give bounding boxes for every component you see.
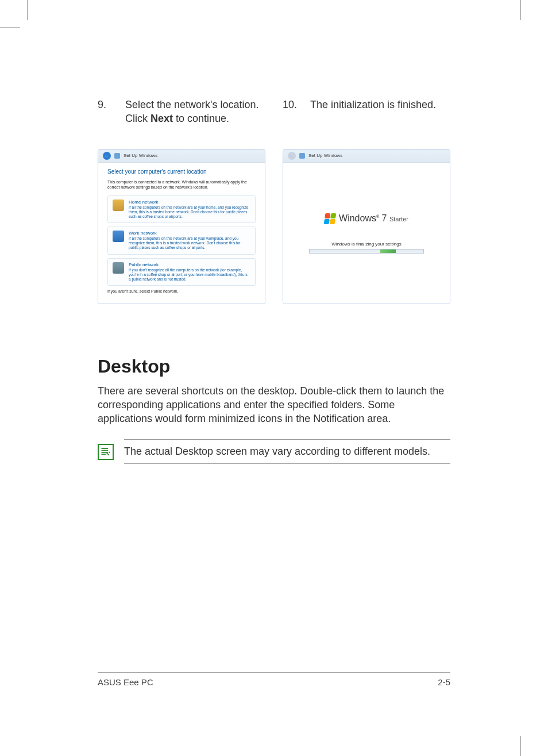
back-button-icon: ← bbox=[288, 152, 296, 160]
window-title: Set Up Windows bbox=[124, 153, 157, 158]
network-title: Home network bbox=[129, 199, 250, 205]
network-option-work: Work network If all the computers on thi… bbox=[107, 227, 256, 254]
step-10: 10. The initialization is finished. bbox=[283, 98, 450, 126]
footer-left: ASUS Eee PC bbox=[98, 677, 153, 687]
window-title: Set Up Windows bbox=[308, 153, 342, 158]
steps-row: 9. Select the network's location. Click … bbox=[98, 98, 450, 126]
window-titlebar: ← Set Up Windows bbox=[98, 149, 265, 163]
network-desc: If you don't recognize all the computers… bbox=[129, 268, 250, 282]
back-button-icon: ← bbox=[103, 152, 111, 160]
network-desc: If all the computers on this network are… bbox=[129, 236, 250, 250]
windows-flag-icon bbox=[324, 213, 337, 224]
work-network-icon bbox=[113, 231, 124, 242]
screenshot-network-location: ← Set Up Windows Select your computer's … bbox=[98, 149, 265, 304]
logo-main: Windows bbox=[339, 213, 376, 223]
note-text: The actual Desktop screen may vary accor… bbox=[124, 446, 450, 458]
screenshots-row: ← Set Up Windows Select your computer's … bbox=[98, 149, 450, 304]
page-footer: ASUS Eee PC 2-5 bbox=[98, 672, 450, 687]
finalizing-text: Windows is finalizing your settings bbox=[309, 241, 424, 247]
network-title: Work network bbox=[129, 231, 250, 236]
window-body: Windows® 7 Starter Windows is finalizing… bbox=[283, 163, 450, 304]
window-body: Select your computer's current location … bbox=[98, 163, 265, 304]
step-number: 9. bbox=[98, 98, 115, 126]
window-icon bbox=[114, 153, 120, 159]
network-option-public: Public network If you don't recognize al… bbox=[107, 258, 256, 286]
window-intro: This computer is connected to a network.… bbox=[107, 179, 256, 190]
note-box: The actual Desktop screen may vary accor… bbox=[98, 439, 450, 464]
home-network-icon bbox=[113, 199, 124, 211]
note-text-wrap: The actual Desktop screen may vary accor… bbox=[124, 439, 450, 464]
progress-bar bbox=[309, 249, 424, 254]
window-heading: Select your computer's current location bbox=[107, 168, 256, 175]
windows-7-text: Windows® 7 Starter bbox=[339, 213, 408, 224]
window-footer-text: If you aren't sure, select Public networ… bbox=[107, 289, 256, 293]
window-icon bbox=[299, 153, 305, 159]
page-content: 9. Select the network's location. Click … bbox=[34, 34, 514, 722]
window-titlebar: ← Set Up Windows bbox=[283, 149, 450, 163]
desktop-text: There are several shortcuts on the deskt… bbox=[98, 384, 450, 426]
windows-7-logo: Windows® 7 Starter bbox=[325, 213, 408, 224]
footer-right: 2-5 bbox=[438, 677, 450, 687]
network-text: Public network If you don't recognize al… bbox=[129, 262, 250, 282]
step-text: The initialization is finished. bbox=[310, 98, 436, 126]
step-text: Select the network's location. Click Nex… bbox=[125, 98, 265, 126]
logo-seven: 7 bbox=[382, 213, 387, 223]
step-number: 10. bbox=[283, 98, 300, 126]
network-desc: If all the computers on this network are… bbox=[129, 205, 250, 219]
step-text-bold: Next bbox=[150, 113, 173, 124]
progress-section: Windows is finalizing your settings bbox=[309, 241, 424, 254]
step-9: 9. Select the network's location. Click … bbox=[98, 98, 265, 126]
network-text: Work network If all the computers on thi… bbox=[129, 231, 250, 250]
network-title: Public network bbox=[129, 262, 250, 267]
logo-edition: Starter bbox=[389, 216, 408, 222]
network-option-home: Home network If all the computers on thi… bbox=[107, 195, 256, 223]
note-icon bbox=[98, 444, 114, 460]
desktop-heading: Desktop bbox=[98, 356, 450, 377]
progress-fill bbox=[380, 250, 396, 253]
public-network-icon bbox=[113, 262, 124, 274]
network-text: Home network If all the computers on thi… bbox=[129, 199, 250, 219]
step-text-b: to continue. bbox=[173, 113, 229, 124]
screenshot-finalizing: ← Set Up Windows Windows® 7 Starter bbox=[283, 149, 450, 304]
